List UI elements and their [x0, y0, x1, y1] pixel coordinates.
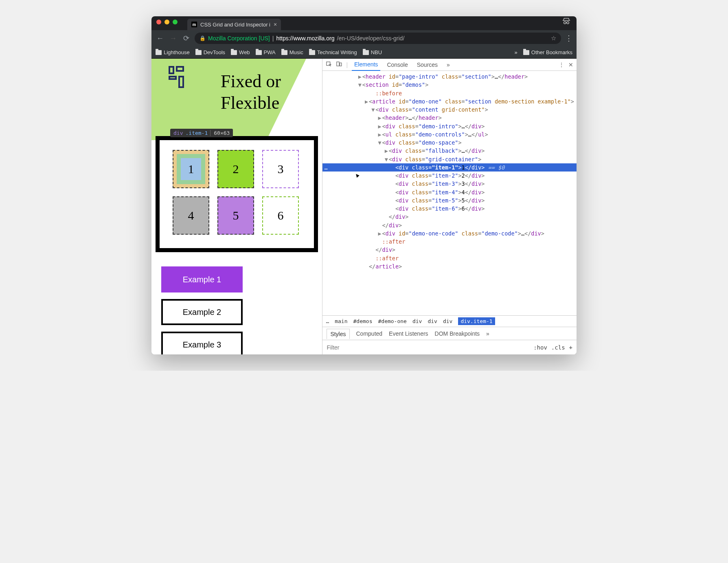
- grid-item-3[interactable]: 3: [262, 150, 299, 188]
- dom-line[interactable]: <div class="item-2">2</div>: [322, 172, 577, 180]
- titlebar: m CSS Grid and Grid Inspector i ×: [151, 16, 577, 30]
- dom-tree[interactable]: ▶<header id="page-intro" class="section"…: [322, 71, 577, 315]
- breadcrumb-item[interactable]: div: [428, 318, 437, 324]
- inspector-tooltip: div.item-1 60×63: [170, 129, 233, 137]
- other-bookmarks-label: Other Bookmarks: [531, 49, 572, 55]
- bookmark-star-icon[interactable]: ☆: [551, 35, 556, 42]
- svg-point-0: [564, 22, 566, 24]
- inspect-element-icon[interactable]: [326, 61, 332, 68]
- svg-rect-3: [337, 62, 339, 66]
- close-tab-icon[interactable]: ×: [274, 21, 277, 28]
- styles-tab-computed[interactable]: Computed: [356, 330, 383, 337]
- folder-icon: [523, 50, 529, 55]
- bookmarks-bar: LighthouseDevToolsWebPWAMusicTechnical W…: [151, 46, 577, 59]
- breadcrumb-item[interactable]: #demos: [353, 318, 373, 324]
- dom-line[interactable]: ▶<div class="demo-intro">…</div>: [322, 122, 577, 130]
- styles-tab-event-listeners[interactable]: Event Listeners: [389, 330, 428, 337]
- bookmark-nbu[interactable]: NBU: [363, 49, 382, 55]
- back-button[interactable]: ←: [156, 34, 164, 43]
- grid-item-6[interactable]: 6: [262, 196, 299, 235]
- bookmark-technical-writing[interactable]: Technical Writing: [309, 49, 357, 55]
- dom-line[interactable]: ▼<div class="content grid-content">: [322, 106, 577, 114]
- folder-icon: [363, 50, 369, 55]
- dom-line[interactable]: ▶<header>…</header>: [322, 114, 577, 122]
- window-controls: [156, 20, 178, 24]
- add-rule-button[interactable]: +: [569, 344, 572, 351]
- dom-line[interactable]: ::after: [322, 238, 577, 246]
- dom-line[interactable]: </article>: [322, 262, 577, 271]
- example-3-button[interactable]: Example 3: [161, 332, 243, 354]
- reload-button[interactable]: ⟳: [182, 34, 191, 43]
- breadcrumb-item[interactable]: div: [412, 318, 422, 324]
- dom-line[interactable]: … <div class="item-1">1</div> == $0▲: [322, 163, 577, 172]
- devtools-tab-console[interactable]: Console: [384, 62, 410, 68]
- dom-line[interactable]: <div class="item-5">5</div>: [322, 196, 577, 205]
- browser-window: m CSS Grid and Grid Inspector i × ← → ⟳ …: [151, 16, 577, 354]
- dom-line[interactable]: ▼<div class="demo-space">: [322, 139, 577, 147]
- tooltip-class: .item-1: [185, 130, 208, 136]
- forward-button[interactable]: →: [169, 34, 178, 43]
- bookmarks-overflow[interactable]: »: [515, 49, 517, 55]
- grid-item-5[interactable]: 5: [217, 196, 254, 235]
- breadcrumb-item[interactable]: #demo-one: [378, 318, 406, 324]
- folder-icon: [195, 50, 202, 55]
- dom-line[interactable]: ::after: [322, 254, 577, 262]
- close-window-button[interactable]: [156, 20, 161, 24]
- breadcrumb-item[interactable]: main: [335, 318, 347, 324]
- example-buttons: Example 1 Example 2 Example 3: [161, 266, 322, 354]
- devtools-tab-sources[interactable]: Sources: [414, 62, 440, 68]
- breadcrumb-item[interactable]: …: [326, 318, 329, 324]
- favicon: m: [191, 22, 197, 27]
- folder-icon: [256, 50, 262, 55]
- devtools-tab-elements[interactable]: Elements: [352, 59, 380, 71]
- example-1-button[interactable]: Example 1: [161, 266, 243, 292]
- zoom-window-button[interactable]: [173, 20, 178, 24]
- dom-line[interactable]: ▶<header id="page-intro" class="section"…: [322, 73, 577, 81]
- dom-line[interactable]: ▼<section id="demos">: [322, 81, 577, 89]
- tooltip-tag: div: [173, 130, 183, 136]
- breadcrumb-item[interactable]: div: [443, 318, 452, 324]
- devtools-tabs-overflow[interactable]: »: [444, 62, 452, 68]
- bookmark-web[interactable]: Web: [231, 49, 250, 55]
- styles-filter-input[interactable]: [327, 344, 529, 351]
- browser-tab[interactable]: m CSS Grid and Grid Inspector i ×: [187, 19, 281, 30]
- tooltip-dims: 60×63: [210, 130, 230, 136]
- dom-line[interactable]: </div>: [322, 213, 577, 221]
- dom-line[interactable]: <div class="item-6">6</div>: [322, 205, 577, 213]
- minimize-window-button[interactable]: [164, 20, 169, 24]
- hov-toggle[interactable]: :hov: [533, 344, 547, 351]
- styles-tabs-overflow[interactable]: »: [486, 330, 489, 337]
- dom-line[interactable]: ▶<ul class="demo-controls">…</ul>: [322, 130, 577, 139]
- dom-line[interactable]: </div>: [322, 246, 577, 254]
- breadcrumb-item[interactable]: div.item-1: [458, 317, 495, 325]
- dom-line[interactable]: ▶<article id="demo-one" class="section d…: [322, 97, 577, 106]
- bookmark-lighthouse[interactable]: Lighthouse: [156, 49, 190, 55]
- tab-title: CSS Grid and Grid Inspector i: [200, 22, 270, 28]
- url-host: https://www.mozilla.org: [276, 35, 334, 42]
- bookmark-devtools[interactable]: DevTools: [195, 49, 225, 55]
- grid-item-1[interactable]: 1: [173, 150, 209, 188]
- omnibox[interactable]: 🔒 Mozilla Corporation [US] | https://www…: [195, 33, 561, 44]
- bookmark-pwa[interactable]: PWA: [256, 49, 276, 55]
- grid-item-4[interactable]: 4: [173, 196, 209, 235]
- devtools-close-icon[interactable]: ✕: [568, 62, 573, 68]
- dom-line[interactable]: <div class="item-4">4</div>: [322, 188, 577, 196]
- dom-line[interactable]: ▶<div id="demo-one-code" class="demo-cod…: [322, 229, 577, 238]
- cls-toggle[interactable]: .cls: [551, 344, 565, 351]
- example-2-button[interactable]: Example 2: [161, 299, 243, 325]
- grid-item-2[interactable]: 2: [217, 150, 254, 188]
- page-logo: [169, 66, 184, 88]
- styles-tab-styles[interactable]: Styles: [327, 329, 349, 339]
- dom-line[interactable]: ::before: [322, 89, 577, 97]
- other-bookmarks[interactable]: Other Bookmarks: [523, 49, 572, 55]
- device-toolbar-icon[interactable]: [336, 61, 342, 68]
- browser-menu-button[interactable]: ⋮: [565, 34, 572, 43]
- devtools-menu-icon[interactable]: ⋮: [559, 62, 564, 68]
- url-sep: |: [272, 35, 274, 42]
- styles-tab-dom-breakpoints[interactable]: DOM Breakpoints: [435, 330, 480, 337]
- dom-line[interactable]: ▼<div class="grid-container">: [322, 155, 577, 163]
- dom-line[interactable]: ▶<div class="fallback">…</div>: [322, 147, 577, 155]
- bookmark-music[interactable]: Music: [281, 49, 303, 55]
- dom-line[interactable]: </div>: [322, 221, 577, 229]
- dom-line[interactable]: <div class="item-3">3</div>: [322, 180, 577, 188]
